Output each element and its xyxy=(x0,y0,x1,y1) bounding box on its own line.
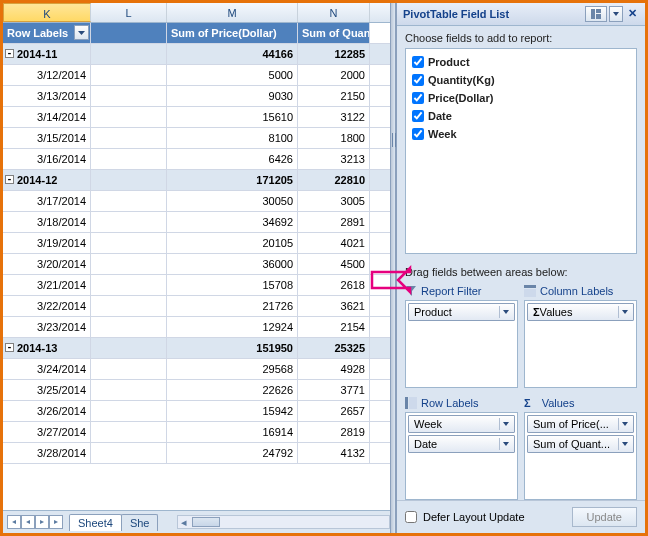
field-item[interactable]: Date xyxy=(412,107,630,125)
field-pill[interactable]: Sum of Price(... xyxy=(527,415,634,433)
pill-dropdown-icon[interactable] xyxy=(618,306,630,318)
table-row[interactable]: 3/17/2014300503005 xyxy=(3,191,390,212)
table-row[interactable]: 3/26/2014159422657 xyxy=(3,401,390,422)
field-pill[interactable]: Σ Values xyxy=(527,303,634,321)
field-checkbox[interactable] xyxy=(412,92,424,104)
field-item[interactable]: Price(Dollar) xyxy=(412,89,630,107)
close-icon[interactable]: ✕ xyxy=(625,7,639,21)
values-box[interactable]: Sum of Price(...Sum of Quant... xyxy=(524,412,637,500)
field-item[interactable]: Week xyxy=(412,125,630,143)
field-checkbox[interactable] xyxy=(412,74,424,86)
svg-rect-0 xyxy=(591,9,595,19)
defer-update-label: Defer Layout Update xyxy=(423,511,525,523)
field-checkbox[interactable] xyxy=(412,110,424,122)
table-row[interactable]: 3/21/2014157082618 xyxy=(3,275,390,296)
field-pill[interactable]: Week xyxy=(408,415,515,433)
svg-rect-4 xyxy=(524,289,536,297)
area-title-filter: Report Filter xyxy=(405,282,518,300)
pill-dropdown-icon[interactable] xyxy=(499,306,511,318)
sheet-tab-bar: ◂◂▸▸ Sheet4 She ◂ xyxy=(3,510,390,533)
field-checkbox[interactable] xyxy=(412,56,424,68)
horizontal-scrollbar[interactable]: ◂ xyxy=(177,515,390,529)
area-title-values: Σ Values xyxy=(524,394,637,412)
grid: Row Labels Sum of Price(Dollar) Sum of Q… xyxy=(3,23,390,510)
table-row[interactable]: 3/25/2014226263771 xyxy=(3,380,390,401)
layout-dropdown[interactable] xyxy=(609,6,623,22)
header-price[interactable]: Sum of Price(Dollar) xyxy=(167,23,298,43)
header-row-labels[interactable]: Row Labels xyxy=(3,23,91,43)
column-labels-box[interactable]: Σ Values xyxy=(524,300,637,388)
collapse-icon[interactable]: - xyxy=(5,49,14,58)
table-row[interactable]: 3/12/201450002000 xyxy=(3,65,390,86)
table-row[interactable]: -2014-1217120522810 xyxy=(3,170,390,191)
table-row[interactable]: -2014-1315195025325 xyxy=(3,338,390,359)
pane-title: PivotTable Field List xyxy=(403,8,509,20)
column-headers: K L M N xyxy=(3,3,390,23)
collapse-icon[interactable]: - xyxy=(5,175,14,184)
pane-title-bar: PivotTable Field List ✕ xyxy=(397,3,645,26)
pill-dropdown-icon[interactable] xyxy=(499,438,511,450)
pill-dropdown-icon[interactable] xyxy=(618,438,630,450)
table-row[interactable]: 3/20/2014360004500 xyxy=(3,254,390,275)
header-qty[interactable]: Sum of Quantity(Kg) xyxy=(298,23,370,43)
field-pill[interactable]: Date xyxy=(408,435,515,453)
splitter[interactable] xyxy=(390,3,396,533)
table-row[interactable]: 3/15/201481001800 xyxy=(3,128,390,149)
field-pill[interactable]: Sum of Quant... xyxy=(527,435,634,453)
sheet-tab[interactable]: She xyxy=(121,514,159,531)
choose-fields-label: Choose fields to add to report: xyxy=(405,32,637,44)
field-item[interactable]: Product xyxy=(412,53,630,71)
collapse-icon[interactable]: - xyxy=(5,343,14,352)
svg-rect-1 xyxy=(596,9,601,13)
pivot-field-list-pane: PivotTable Field List ✕ Choose fields to… xyxy=(396,3,645,533)
table-row[interactable]: 3/16/201464263213 xyxy=(3,149,390,170)
table-row[interactable]: 3/19/2014201054021 xyxy=(3,233,390,254)
sheet-tab-active[interactable]: Sheet4 xyxy=(69,514,122,531)
svg-rect-3 xyxy=(524,285,536,288)
pill-dropdown-icon[interactable] xyxy=(618,418,630,430)
pill-dropdown-icon[interactable] xyxy=(499,418,511,430)
table-row[interactable]: 3/14/2014156103122 xyxy=(3,107,390,128)
area-title-rows: Row Labels xyxy=(405,394,518,412)
pane-footer: Defer Layout Update Update xyxy=(397,500,645,533)
header-blank xyxy=(91,23,167,43)
tab-nav[interactable]: ◂◂▸▸ xyxy=(7,515,63,529)
update-button[interactable]: Update xyxy=(572,507,637,527)
spreadsheet-area: K L M N Row Labels Sum of Price(Dollar) … xyxy=(3,3,390,533)
filter-dropdown-icon[interactable] xyxy=(74,25,89,40)
table-row[interactable]: 3/24/2014295684928 xyxy=(3,359,390,380)
table-row[interactable]: 3/13/201490302150 xyxy=(3,86,390,107)
report-filter-box[interactable]: Product xyxy=(405,300,518,388)
field-checkbox[interactable] xyxy=(412,128,424,140)
svg-rect-2 xyxy=(596,14,601,19)
col-header-N[interactable]: N xyxy=(298,3,370,22)
area-title-columns: Column Labels xyxy=(524,282,637,300)
col-header-M[interactable]: M xyxy=(167,3,298,22)
field-item[interactable]: Quantity(Kg) xyxy=(412,71,630,89)
table-row[interactable]: 3/22/2014217263621 xyxy=(3,296,390,317)
pivot-header-row: Row Labels Sum of Price(Dollar) Sum of Q… xyxy=(3,23,390,44)
table-row[interactable]: -2014-114416612285 xyxy=(3,44,390,65)
row-labels-box[interactable]: WeekDate xyxy=(405,412,518,500)
table-row[interactable]: 3/18/2014346922891 xyxy=(3,212,390,233)
field-list[interactable]: ProductQuantity(Kg)Price(Dollar)DateWeek xyxy=(405,48,637,254)
col-header-K[interactable]: K xyxy=(3,3,91,22)
col-header-L[interactable]: L xyxy=(91,3,167,22)
table-row[interactable]: 3/28/2014247924132 xyxy=(3,443,390,464)
svg-rect-6 xyxy=(409,397,417,409)
defer-update-checkbox[interactable] xyxy=(405,511,417,523)
svg-rect-5 xyxy=(405,397,408,409)
field-pill[interactable]: Product xyxy=(408,303,515,321)
table-row[interactable]: 3/23/2014129242154 xyxy=(3,317,390,338)
drag-label: Drag fields between areas below: xyxy=(397,258,645,282)
layout-options-button[interactable] xyxy=(585,6,607,22)
table-row[interactable]: 3/27/2014169142819 xyxy=(3,422,390,443)
